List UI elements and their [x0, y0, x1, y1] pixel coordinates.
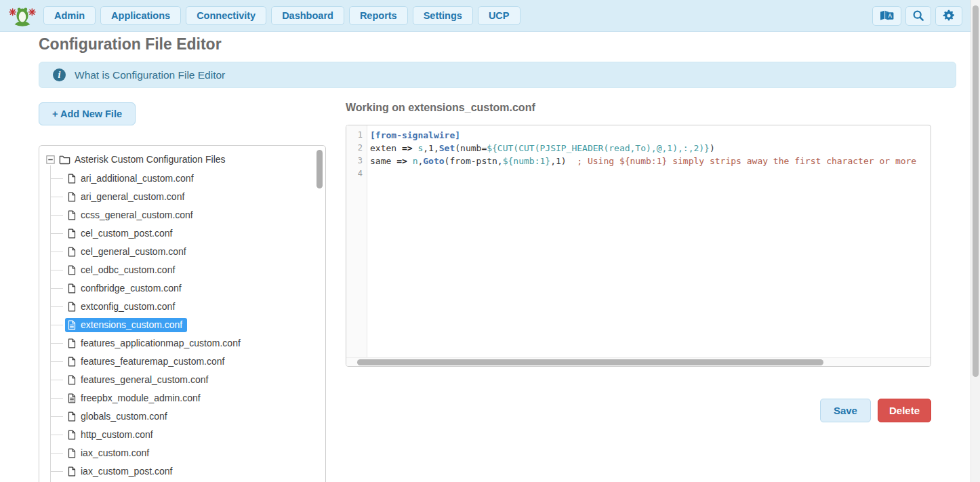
nav-item-connectivity[interactable]: Connectivity [186, 6, 266, 25]
svg-text:A: A [888, 13, 892, 19]
file-chip[interactable]: freepbx_module_admin.conf [65, 391, 205, 405]
file-text-icon [68, 320, 76, 330]
code-line-2[interactable]: 2exten => s,1,Set(numb=${CUT(CUT(PJSIP_H… [346, 142, 931, 155]
tree-item-features_featuremap_custom.conf[interactable]: features_featuremap_custom.conf [39, 353, 325, 371]
line-number: 1 [346, 129, 367, 142]
file-chip[interactable]: extensions_custom.conf [65, 318, 187, 332]
file-icon [68, 265, 76, 275]
code-line-3[interactable]: 3same => n,Goto(from-pstn,${numb:1},1) ;… [346, 155, 931, 167]
frog-logo-icon [8, 5, 37, 26]
add-new-file-button[interactable]: + Add New File [39, 102, 136, 125]
file-chip[interactable]: globals_custom.conf [65, 409, 172, 424]
page-scrollbar [971, 0, 980, 482]
nav-item-ucp[interactable]: UCP [478, 6, 520, 25]
tree-item-iax_custom_post.conf[interactable]: iax_custom_post.conf [39, 462, 325, 481]
code-line-content [367, 167, 370, 180]
code-line-4[interactable]: 4 [346, 167, 931, 180]
file-name: confbridge_custom.conf [81, 283, 182, 294]
tree-item-features_applicationmap_custom.conf[interactable]: features_applicationmap_custom.conf [39, 334, 325, 353]
file-name: ccss_general_custom.conf [81, 209, 193, 220]
tree-item-iax_custom.conf[interactable]: iax_custom.conf [39, 444, 325, 462]
file-name: features_applicationmap_custom.conf [81, 338, 241, 348]
file-icon [68, 283, 76, 294]
nav-item-admin[interactable]: Admin [43, 6, 96, 25]
tree-item-freepbx_module_admin.conf[interactable]: freepbx_module_admin.conf [39, 389, 325, 407]
file-chip[interactable]: ari_general_custom.conf [65, 190, 189, 204]
file-name: extconfig_custom.conf [81, 301, 175, 312]
file-chip[interactable]: http_custom.conf [65, 428, 158, 442]
file-chip[interactable]: cel_custom_post.conf [65, 226, 177, 241]
file-icon [68, 357, 76, 367]
file-chip[interactable]: features_applicationmap_custom.conf [65, 336, 245, 350]
tree-root-label: Asterisk Custom Configuration Files [75, 154, 226, 165]
info-icon: i [53, 68, 66, 81]
file-chip[interactable]: ccss_general_custom.conf [65, 208, 198, 222]
file-icon [68, 210, 76, 220]
info-banner[interactable]: i What is Configuration File Editor [39, 62, 956, 88]
editor-hscrollbar-thumb[interactable] [357, 359, 823, 365]
file-chip[interactable]: iax_custom.conf [65, 446, 154, 460]
file-chip[interactable]: iax_custom_post.conf [65, 464, 177, 479]
working-on-heading: Working on extensions_custom.conf [346, 102, 535, 114]
line-number: 2 [346, 142, 367, 155]
file-chip[interactable]: cel_general_custom.conf [65, 245, 191, 259]
file-name: ari_general_custom.conf [81, 191, 184, 202]
file-name: iax_custom.conf [81, 447, 149, 458]
tree-item-http_custom.conf[interactable]: http_custom.conf [39, 426, 325, 444]
code-line-content: [from-signalwire] [367, 129, 460, 142]
tree-item-ari_additional_custom.conf[interactable]: ari_additional_custom.conf [39, 169, 325, 188]
info-banner-text: What is Configuration File Editor [75, 69, 225, 81]
editor-action-row: Save Delete [346, 399, 931, 422]
code-line-1[interactable]: 1[from-signalwire] [346, 129, 931, 142]
gear-icon [942, 9, 956, 22]
file-tree-panel: Asterisk Custom Configuration Files ari_… [39, 145, 326, 482]
file-icon [68, 192, 76, 202]
tree-root-row[interactable]: Asterisk Custom Configuration Files [39, 151, 325, 167]
search-button[interactable] [905, 6, 931, 26]
file-chip[interactable]: ari_additional_custom.conf [65, 172, 199, 186]
tree-item-features_general_custom.conf[interactable]: features_general_custom.conf [39, 371, 325, 389]
nav-item-settings[interactable]: Settings [413, 6, 473, 25]
language-button[interactable]: A [872, 6, 901, 26]
file-chip[interactable]: extconfig_custom.conf [65, 300, 180, 314]
file-chip[interactable]: features_general_custom.conf [65, 373, 213, 387]
nav-item-applications[interactable]: Applications [100, 6, 181, 25]
code-line-content: same => n,Goto(from-pstn,${numb:1},1) ; … [367, 155, 916, 167]
file-icon [68, 448, 76, 458]
editor-horizontal-scrollbar [346, 357, 931, 366]
delete-button[interactable]: Delete [878, 399, 931, 422]
nav-item-reports[interactable]: Reports [349, 6, 408, 25]
tree-item-confbridge_custom.conf[interactable]: confbridge_custom.conf [39, 279, 325, 298]
tree-scrollbar-thumb[interactable] [317, 150, 323, 188]
file-icon [68, 338, 76, 348]
collapse-expander-icon[interactable] [46, 155, 55, 164]
freepbx-logo[interactable] [8, 5, 37, 26]
file-icon [68, 430, 76, 440]
tree-item-ari_general_custom.conf[interactable]: ari_general_custom.conf [39, 188, 325, 206]
tree-item-cel_odbc_custom.conf[interactable]: cel_odbc_custom.conf [39, 261, 325, 279]
tree-item-extconfig_custom.conf[interactable]: extconfig_custom.conf [39, 298, 325, 316]
save-button[interactable]: Save [820, 399, 871, 422]
file-icon [68, 375, 76, 385]
file-chip[interactable]: confbridge_custom.conf [65, 281, 186, 296]
tree-item-extensions_custom.conf[interactable]: extensions_custom.conf [39, 316, 325, 334]
tree-item-globals_custom.conf[interactable]: globals_custom.conf [39, 407, 325, 426]
nav-item-dashboard[interactable]: Dashboard [271, 6, 344, 25]
settings-button[interactable] [935, 6, 962, 26]
file-name: freepbx_module_admin.conf [81, 393, 201, 403]
file-icon [68, 174, 76, 184]
file-name: iax_custom_post.conf [81, 466, 172, 477]
page-scrollbar-thumb[interactable] [973, 5, 979, 377]
tree-item-cel_custom_post.conf[interactable]: cel_custom_post.conf [39, 224, 325, 243]
tree-file-list: ari_additional_custom.confari_general_cu… [39, 169, 325, 482]
tree-item-ccss_general_custom.conf[interactable]: ccss_general_custom.conf [39, 206, 325, 224]
code-editor[interactable]: 1[from-signalwire]2exten => s,1,Set(numb… [346, 125, 931, 367]
tree-item-cel_general_custom.conf[interactable]: cel_general_custom.conf [39, 243, 325, 261]
line-number: 4 [346, 167, 367, 180]
file-chip[interactable]: cel_odbc_custom.conf [65, 263, 180, 277]
language-icon: A [879, 9, 895, 22]
editor-code-area[interactable]: 1[from-signalwire]2exten => s,1,Set(numb… [346, 129, 931, 180]
file-chip[interactable]: features_featuremap_custom.conf [65, 355, 229, 369]
file-icon [68, 466, 76, 477]
search-icon [912, 9, 924, 22]
